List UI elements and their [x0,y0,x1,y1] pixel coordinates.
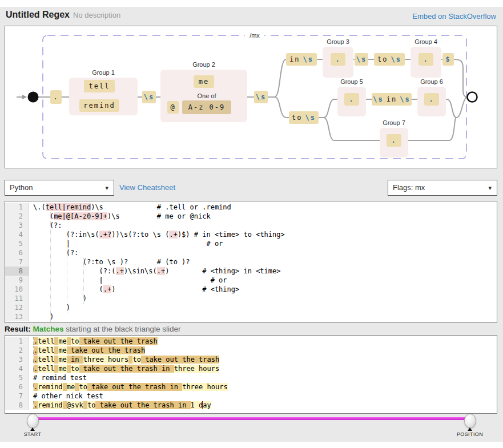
code-line[interactable]: 2 (me|@[A-z0-9]+)\s # me or @nick [5,212,497,221]
view-cheatsheet-link[interactable]: View Cheatsheet [119,183,175,192]
slider-position-label: POSITION [457,431,483,437]
code-line-content[interactable]: (?: [29,221,62,230]
code-line-content[interactable]: (?:to \s )? # (to )? [29,257,190,267]
code-segment-hl: .+ [169,231,177,239]
regex-editor[interactable]: 1\.(tell|remind)\s # .tell or .remind2 (… [5,201,497,322]
code-segment-hl: .+ [116,267,124,275]
test-string-editor[interactable]: 1.tell me to take out the trash2.tell me… [5,336,497,413]
code-segment: (?: [33,221,62,229]
svg-text:@: @ [170,103,175,111]
code-line[interactable]: 6 (?: [5,248,497,257]
slider-position-handle[interactable] [464,414,476,428]
test-line[interactable]: 7# other nick test [5,392,497,401]
test-line[interactable]: 2.tell me take out the trash [5,346,497,355]
result-line: Result: Matches starting at the black tr… [5,325,180,333]
code-line[interactable]: 13 ) [5,312,497,321]
test-segment-g: tell [38,337,54,345]
code-line-content[interactable]: | # or [29,239,223,248]
slider-track[interactable] [33,417,470,420]
test-line-content[interactable]: .remind me to take out the trash in thre… [29,382,228,392]
code-line-content[interactable]: ) [29,294,87,303]
test-line-content[interactable]: # remind test [29,373,87,382]
regex-editor-panel[interactable]: 1\.(tell|remind)\s # .tell or .remind2 (… [5,201,497,323]
test-segment-g: me [58,337,66,345]
code-line[interactable]: 8 (?:(.+)\sin\s(.+) # <thing> in <time> [5,267,497,276]
test-segment: # remind test [33,374,87,382]
test-string-panel[interactable]: 1.tell me to take out the trash2.tell me… [5,335,497,414]
code-line-content[interactable]: (?: [29,248,78,257]
test-segment-g: to [71,365,79,373]
test-line[interactable]: 5# remind test [5,373,497,382]
token-to-ws-top[interactable]: to\s [374,53,405,66]
test-segment-m [83,401,87,409]
code-line[interactable]: 10 (.+) # <thing> [5,285,497,294]
token-dollar[interactable]: $ [442,53,454,66]
test-line[interactable]: 1.tell me to take out the trash [5,337,497,346]
group3-label: Group 3 [327,38,349,45]
line-number: 11 [5,294,29,303]
code-line[interactable]: 3 (?: [5,221,497,230]
test-segment-g: tell [38,365,54,373]
token-dot-group5[interactable]: . [344,93,359,106]
test-line[interactable]: 6.remind me to take out the trash in thr… [5,382,497,392]
code-line[interactable]: 11 ) [5,294,497,303]
flags-select[interactable]: Flags: mx ▾ [388,180,497,196]
token-dot-group4[interactable]: . [419,53,433,66]
test-line-content[interactable]: .tell me to take out the trash in three … [29,364,219,373]
test-line-content[interactable]: .remind @svk to take out the trash in 1 … [29,401,211,410]
token-dot-group3[interactable]: . [331,53,345,66]
embed-stackoverflow-link[interactable]: Embed on StackOverflow [412,12,496,21]
test-segment-g: three hours [83,356,128,364]
code-line[interactable]: 12 ) [5,303,497,312]
group1-label: Group 1 [92,69,115,76]
token-dot-group7[interactable]: . [387,134,401,147]
code-line[interactable]: 9 | # or [5,276,497,285]
code-line[interactable]: 7 (?:to \s )? # (to )? [5,257,497,267]
code-line-content[interactable]: \.(tell|remind)\s # .tell or .remind [29,203,231,212]
code-line-content[interactable]: (.+) # <thing> [29,285,239,294]
test-line[interactable]: 3.tell me in three hours to take out the… [5,355,497,364]
line-number: 1 [5,203,29,212]
token-charclass[interactable]: A-z 0-9 [182,100,231,114]
token-ws-in-ws[interactable]: \sin\s [372,93,412,106]
line-number: 12 [5,303,29,312]
test-segment-m [63,401,67,409]
token-dot-literal[interactable]: . [50,90,62,104]
token-whitespace-2[interactable]: \s [254,91,268,103]
line-number: 7 [5,392,29,401]
token-remind[interactable]: remind [79,99,119,112]
svg-text:\s: \s [356,55,367,63]
test-line[interactable]: 4.tell me to take out the trash in three… [5,364,497,373]
token-to-ws-bottom[interactable]: to\s [289,111,319,124]
test-segment-m [67,365,71,373]
code-segment: )\s # me or @nick [107,212,211,220]
token-whitespace-1[interactable]: \s [142,91,156,103]
token-me[interactable]: me [194,75,214,88]
test-line-content[interactable]: # other nick test [29,392,103,401]
token-tell[interactable]: tell [84,80,115,92]
code-segment-hl: .+? [99,231,112,239]
test-line-content[interactable]: .tell me in three hours to take out the … [29,355,219,364]
test-segment-m [75,383,79,391]
line-number: 3 [5,221,29,230]
code-line[interactable]: 4 (?:in\s(.+?))\s(?:to \s (.+)$) # in <t… [5,230,497,239]
test-segment-g: me [58,365,66,373]
language-select[interactable]: Python ▾ [5,180,114,196]
token-at[interactable]: @ [167,101,179,114]
token-dot-group6[interactable]: . [424,93,439,106]
test-segment-m [63,383,67,391]
regex-diagram-panel: /mx [5,26,497,168]
code-line[interactable]: 5 | # or [5,239,497,248]
test-line-content[interactable]: .tell me to take out the trash [29,337,158,346]
test-line-content[interactable]: .tell me take out the trash [29,346,145,355]
indent-guide [83,258,84,304]
slider-start-label: START [24,431,42,437]
token-whitespace-3[interactable]: \s [355,53,368,66]
code-line-content[interactable]: (?:in\s(.+?))\s(?:to \s (.+)$) # in <tim… [29,230,285,239]
token-in-ws[interactable]: in\s [286,53,317,66]
slider-start-handle[interactable] [27,414,39,428]
test-line[interactable]: 8.remind @svk to take out the trash in 1… [5,401,497,410]
code-line-content[interactable]: | # or [29,276,227,285]
code-line[interactable]: 1\.(tell|remind)\s # .tell or .remind [5,203,497,212]
code-line-content[interactable]: (me|@[A-z0-9]+)\s # me or @nick [29,212,211,221]
